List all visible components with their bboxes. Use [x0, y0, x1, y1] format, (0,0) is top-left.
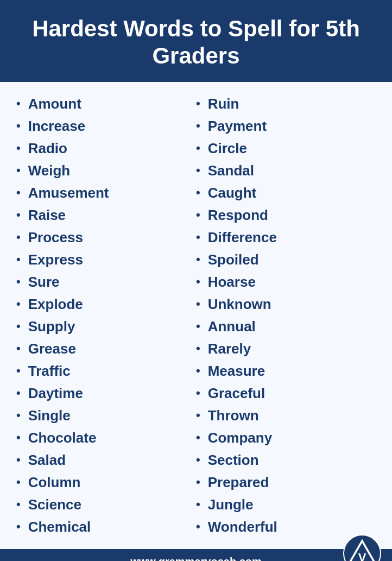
word-label: Difference	[208, 229, 277, 246]
word-label: Amount	[28, 96, 81, 112]
list-item: •Raise	[16, 204, 196, 226]
bullet-icon: •	[16, 343, 21, 355]
word-label: Supply	[28, 318, 75, 335]
bullet-icon: •	[196, 298, 200, 310]
word-label: Science	[28, 496, 81, 513]
word-label: Explode	[28, 296, 83, 313]
bullet-icon: •	[196, 165, 200, 177]
word-label: Weigh	[28, 162, 71, 179]
list-item: •Respond	[196, 204, 376, 226]
list-item: •Sure	[16, 271, 196, 293]
list-item: •Prepared	[196, 471, 376, 494]
bullet-icon: •	[196, 365, 200, 377]
list-item: •Spoiled	[196, 249, 376, 271]
list-item: •Science	[16, 494, 196, 516]
right-column: •Ruin•Payment•Circle•Sandal•Caught•Respo…	[196, 93, 376, 538]
list-item: •Weigh	[16, 160, 196, 182]
word-label: Respond	[208, 207, 268, 224]
bullet-icon: •	[16, 165, 21, 177]
bullet-icon: •	[16, 231, 21, 243]
bullet-icon: •	[196, 499, 200, 510]
bullet-icon: •	[16, 209, 21, 221]
word-label: Salad	[28, 452, 66, 469]
list-item: •Rarely	[196, 338, 376, 360]
word-label: Single	[28, 407, 71, 424]
logo: V	[343, 534, 381, 561]
bullet-icon: •	[16, 98, 21, 110]
list-item: •Process	[16, 226, 196, 249]
bullet-icon: •	[16, 365, 21, 377]
bullet-icon: •	[196, 476, 200, 488]
bullet-icon: •	[196, 187, 200, 199]
list-item: •Column	[16, 471, 196, 494]
list-item: •Measure	[196, 360, 376, 382]
bullet-icon: •	[16, 320, 21, 332]
word-label: Radio	[28, 140, 67, 157]
list-item: •Radio	[16, 137, 196, 160]
bullet-icon: •	[16, 298, 21, 310]
word-label: Column	[28, 474, 81, 491]
header: Hardest Words to Spell for 5th Graders	[0, 0, 392, 82]
list-item: •Hoarse	[196, 271, 376, 293]
list-item: •Explode	[16, 293, 196, 316]
words-grid: •Amount•Increase•Radio•Weigh•Amusement•R…	[16, 93, 376, 538]
list-item: •Unknown	[196, 293, 376, 316]
word-label: Raise	[28, 207, 66, 224]
list-item: •Company	[196, 427, 376, 449]
list-item: •Express	[16, 249, 196, 271]
list-item: •Traffic	[16, 360, 196, 382]
bullet-icon: •	[196, 320, 200, 332]
word-label: Payment	[208, 118, 267, 135]
word-label: Daytime	[28, 385, 83, 402]
list-item: •Increase	[16, 115, 196, 137]
word-label: Traffic	[28, 363, 71, 380]
footer: www.grammarvocab.com V	[0, 549, 392, 561]
bullet-icon: •	[16, 521, 21, 533]
left-column: •Amount•Increase•Radio•Weigh•Amusement•R…	[16, 93, 196, 538]
word-label: Prepared	[208, 474, 269, 491]
list-item: •Sandal	[196, 160, 376, 182]
bullet-icon: •	[196, 98, 200, 110]
list-item: •Ruin	[196, 93, 376, 115]
list-item: •Salad	[16, 449, 196, 471]
word-label: Hoarse	[208, 274, 256, 291]
list-item: •Circle	[196, 137, 376, 160]
word-label: Express	[28, 251, 83, 268]
list-item: •Jungle	[196, 494, 376, 516]
word-label: Graceful	[208, 385, 265, 402]
page-title: Hardest Words to Spell for 5th Graders	[11, 15, 381, 70]
list-item: •Thrown	[196, 405, 376, 427]
list-item: •Amusement	[16, 182, 196, 204]
bullet-icon: •	[196, 120, 200, 132]
word-label: Company	[208, 430, 272, 446]
word-label: Measure	[208, 363, 265, 380]
word-label: Amusement	[28, 185, 109, 201]
word-label: Section	[208, 452, 259, 469]
list-item: •Chocolate	[16, 427, 196, 449]
word-label: Caught	[208, 185, 257, 201]
word-label: Annual	[208, 318, 256, 335]
word-label: Wonderful	[208, 519, 277, 535]
word-label: Sandal	[208, 162, 254, 179]
list-item: •Amount	[16, 93, 196, 115]
bullet-icon: •	[16, 476, 21, 488]
list-item: •Single	[16, 405, 196, 427]
list-item: •Chemical	[16, 516, 196, 538]
bullet-icon: •	[16, 142, 21, 154]
bullet-icon: •	[16, 120, 21, 132]
word-label: Chemical	[28, 519, 91, 535]
bullet-icon: •	[16, 276, 21, 288]
word-label: Thrown	[208, 407, 259, 424]
list-item: •Payment	[196, 115, 376, 137]
word-label: Process	[28, 229, 83, 246]
word-label: Rarely	[208, 341, 251, 357]
bullet-icon: •	[196, 521, 200, 533]
bullet-icon: •	[196, 432, 200, 444]
bullet-icon: •	[16, 454, 21, 466]
list-item: •Section	[196, 449, 376, 471]
bullet-icon: •	[16, 254, 21, 266]
word-label: Spoiled	[208, 251, 259, 268]
bullet-icon: •	[16, 187, 21, 199]
bullet-icon: •	[196, 387, 200, 399]
word-label: Increase	[28, 118, 86, 135]
